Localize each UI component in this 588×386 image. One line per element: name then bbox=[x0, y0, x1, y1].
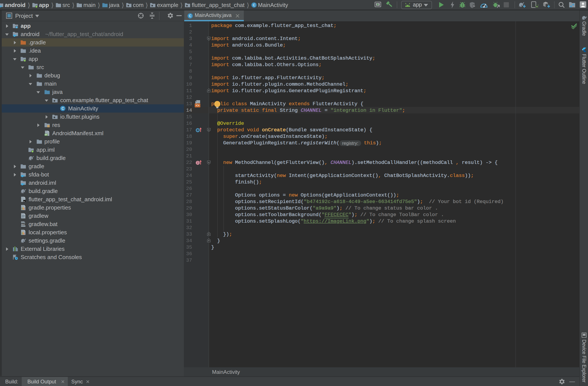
svg-text:<>: <> bbox=[196, 104, 199, 107]
svg-text:λ: λ bbox=[197, 161, 198, 165]
